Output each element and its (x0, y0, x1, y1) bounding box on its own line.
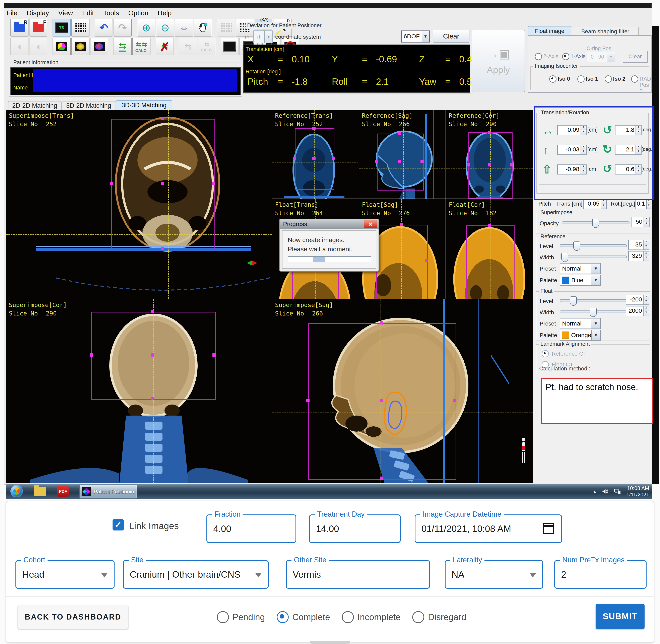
viewport-superimpose-trans[interactable]: Superimpose[Trans]Slice No252 ◀▶ (6, 110, 272, 299)
float-palette-select[interactable]: Orange▼ (560, 330, 600, 341)
tray-expand-icon[interactable]: ▲ (593, 489, 597, 494)
float-level-slider[interactable] (560, 299, 627, 302)
note-textbox[interactable]: Pt. had to scratch nose. (541, 378, 653, 424)
opacity-slider[interactable] (562, 222, 630, 224)
longitudinal-translation-input[interactable]: -0.03▲▼ (557, 145, 587, 155)
open-reference-button[interactable]: R (10, 19, 28, 37)
radio-iso-1[interactable] (577, 75, 585, 83)
dof-select-value[interactable]: 6DOF (401, 30, 422, 43)
zoom-out-button[interactable]: ⊖ (156, 19, 174, 37)
radio-iso-0[interactable] (549, 75, 556, 83)
redo-button[interactable]: ↷ (114, 19, 132, 37)
patient-positioning-taskbar-button[interactable]: Patient Positionin... (79, 485, 137, 499)
back-to-dashboard-button[interactable]: BACK TO DASHBOARD (18, 605, 128, 629)
ref-preset-select[interactable]: Normal▼ (560, 263, 600, 274)
menu-file[interactable]: File (5, 8, 19, 17)
radio-1-axis[interactable] (562, 53, 569, 60)
lateral-translation-input[interactable]: 0.09▲▼ (557, 125, 587, 135)
submit-button[interactable]: SUBMIT (596, 604, 644, 629)
float-width-input[interactable]: 2000▲▼ (626, 306, 649, 316)
fraction-field[interactable]: Fraction 4.00 (206, 514, 296, 543)
brain-yellow-button[interactable] (71, 38, 89, 55)
viewport-reference-trans[interactable]: Reference[Trans]Slice No252 (272, 110, 358, 199)
radio-disregard[interactable] (412, 611, 424, 623)
opacity-input[interactable]: 50▲▼ (632, 217, 650, 227)
match-cancel-button[interactable]: ⇆✗ (156, 38, 174, 55)
explorer-taskbar-button[interactable] (32, 485, 49, 498)
site-dropdown-icon[interactable] (255, 573, 262, 578)
num-pretx-field[interactable]: Num PreTx Images 2 (554, 560, 646, 589)
progress-dialog[interactable]: Progress. ✕ Now create images. Please wa… (279, 218, 379, 272)
match-arrows-button[interactable]: ⇆ (114, 38, 132, 55)
cohort-field[interactable]: Cohort Head (16, 560, 115, 589)
float-level-input[interactable]: -200▲▼ (626, 295, 649, 305)
menu-view[interactable]: View (57, 8, 74, 17)
viewport-superimpose-sag[interactable]: Superimpose[Sag]Slice No266 (272, 299, 533, 483)
tab-3d-2d[interactable]: 3D-2D Matching (61, 101, 116, 110)
yaw-rotation-input[interactable]: 0.6▲▼ (615, 164, 641, 175)
roll-rotation-input[interactable]: 2.1▲▼ (615, 145, 641, 155)
other-site-field[interactable]: Other Site Vermis (286, 560, 430, 589)
ref-level-input[interactable]: 35▲▼ (628, 240, 649, 250)
ref-palette-select[interactable]: Blue▼ (560, 275, 600, 285)
trans-step-input[interactable]: 0.05▲▼ (583, 199, 607, 209)
flip-button[interactable]: ⇔ (175, 19, 193, 37)
viewport-reference-sag[interactable]: Reference[Sag]Slice No266 (359, 110, 445, 199)
radio-complete[interactable] (277, 611, 289, 623)
menu-option[interactable]: Option (127, 8, 150, 17)
dof-dropdown-arrow[interactable]: ▼ (422, 30, 430, 43)
tab-3d-3d-active[interactable]: 3D-3D Matching (116, 100, 172, 110)
radio-incomplete[interactable] (342, 611, 354, 623)
network-icon[interactable] (614, 488, 621, 495)
tab-beam-shaping[interactable]: Beam shaping filter (572, 27, 639, 36)
radio-pending[interactable] (217, 611, 229, 623)
vertical-translation-input[interactable]: -0.98▲▼ (557, 164, 587, 175)
rot-step-input[interactable]: 0.1▲▼ (635, 199, 651, 209)
tab-float-image[interactable]: Float image (528, 26, 571, 36)
calendar-icon[interactable] (543, 523, 554, 534)
menu-display[interactable]: Display (25, 8, 50, 17)
ref-width-slider[interactable] (560, 255, 627, 258)
scrollbar-thumb[interactable] (310, 641, 350, 644)
select-region-button[interactable]: ↖ (221, 38, 239, 55)
grid-display-button[interactable] (71, 19, 89, 37)
radio-iso-2[interactable] (605, 75, 612, 83)
zoom-in-button[interactable]: ⊕ (137, 19, 155, 37)
viewport-superimpose-cor[interactable]: Superimpose[Cor]Slice No290 (6, 299, 272, 483)
laterality-dropdown-icon[interactable] (529, 573, 536, 578)
ref-width-input[interactable]: 329▲▼ (628, 251, 649, 261)
clock[interactable]: 10:08 AM 1/11/2021 (626, 485, 649, 498)
float-clear-button[interactable]: Clear (623, 51, 647, 63)
menu-help[interactable]: Help (157, 8, 173, 17)
open-float-button[interactable]: F (29, 19, 47, 37)
deviation-clear-button[interactable]: Clear (433, 30, 470, 43)
ts-display-button[interactable]: TS (52, 19, 71, 37)
brain-color-button[interactable] (90, 38, 108, 55)
tab-2d-2d[interactable]: 2D-2D Matching (8, 101, 61, 110)
image-capture-datetime-field[interactable]: Image Capture Datetime 01/11/2021, 10:08… (415, 514, 562, 543)
float-preset-select[interactable]: Normal▼ (560, 318, 600, 329)
pan-hand-button[interactable] (194, 19, 212, 37)
menu-edit[interactable]: Edit (81, 8, 95, 17)
laterality-field[interactable]: Laterality NA (445, 560, 543, 589)
float-width-slider[interactable] (560, 310, 627, 313)
brain-rgb-button[interactable] (52, 38, 71, 55)
ref-level-slider[interactable] (560, 244, 627, 247)
start-button[interactable] (10, 485, 23, 498)
coord-system-dropdown[interactable]: ▼ (265, 30, 273, 43)
match-calc-button[interactable]: ⇆⇆CALC. (132, 38, 151, 55)
radio-2-axis[interactable] (535, 53, 542, 60)
site-field[interactable]: Site Cranium | Other brain/CNS (123, 560, 269, 589)
viewport-reference-cor[interactable]: Reference[Cor]Slice No290 (446, 110, 533, 199)
radio-rad-pos[interactable] (631, 75, 638, 83)
close-icon[interactable]: ✕ (364, 220, 377, 228)
radio-reference-ct[interactable] (542, 350, 549, 358)
undo-button[interactable]: ↶ (95, 19, 113, 37)
cohort-dropdown-icon[interactable] (101, 573, 108, 578)
volume-icon[interactable] (602, 488, 609, 495)
treatment-day-field[interactable]: Treatment Day 14.00 (309, 514, 401, 543)
link-images-checkbox[interactable]: ✓ (113, 519, 124, 530)
pitch-rotation-input[interactable]: -1.8▲▼ (615, 125, 641, 135)
pdf-taskbar-button[interactable]: PDF (54, 485, 71, 498)
viewport-float-cor[interactable]: Float[Cor]Slice No182 (446, 199, 533, 299)
